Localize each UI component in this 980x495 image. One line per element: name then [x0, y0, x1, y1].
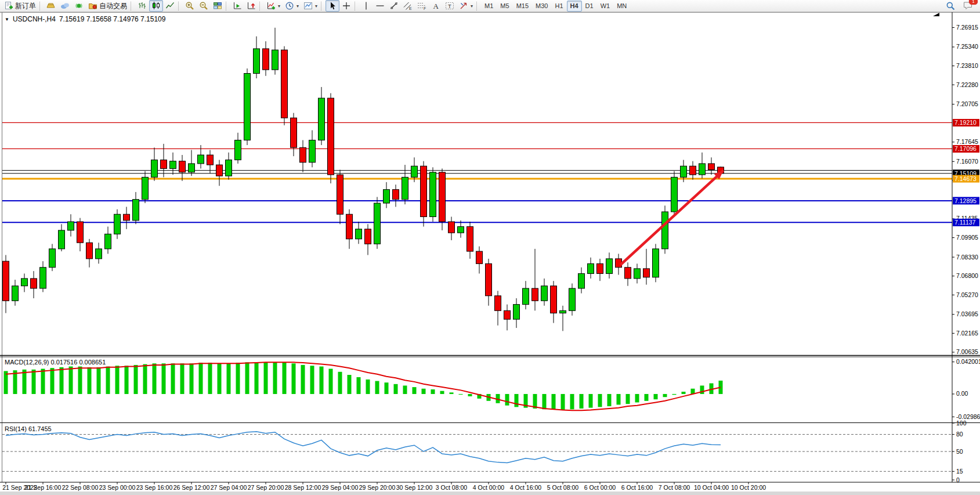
- candle[interactable]: [476, 251, 483, 263]
- candle[interactable]: [328, 98, 334, 175]
- candle[interactable]: [114, 214, 121, 234]
- chart-canvas[interactable]: 7.269157.253407.238107.222807.207057.176…: [0, 12, 980, 495]
- candle[interactable]: [3, 261, 9, 301]
- candle[interactable]: [77, 222, 84, 243]
- candle[interactable]: [96, 249, 102, 259]
- candle[interactable]: [541, 286, 548, 301]
- candle[interactable]: [272, 50, 279, 70]
- candle[interactable]: [708, 164, 715, 170]
- tile-windows-button[interactable]: [211, 0, 225, 12]
- candle[interactable]: [597, 263, 603, 273]
- templates-button[interactable]: ▾: [301, 0, 320, 12]
- equidistant-channel-button[interactable]: E: [401, 0, 415, 12]
- candle[interactable]: [653, 249, 659, 277]
- candle[interactable]: [374, 203, 381, 244]
- candlestick-chart-button[interactable]: [149, 0, 163, 12]
- candle[interactable]: [40, 268, 46, 288]
- candle[interactable]: [439, 172, 446, 222]
- candle[interactable]: [486, 263, 492, 295]
- candle[interactable]: [161, 160, 167, 169]
- new-order-button[interactable]: 新订单: [2, 0, 38, 12]
- candle[interactable]: [189, 164, 195, 172]
- candle[interactable]: [86, 243, 93, 259]
- candle[interactable]: [59, 230, 65, 249]
- zoom-out-button[interactable]: [197, 0, 211, 12]
- auto-trading-button[interactable]: 自动交易: [86, 0, 129, 12]
- candle[interactable]: [49, 249, 56, 268]
- candle[interactable]: [421, 166, 427, 216]
- candle[interactable]: [68, 222, 74, 230]
- candle[interactable]: [281, 50, 288, 118]
- candle[interactable]: [133, 200, 139, 221]
- candle[interactable]: [142, 177, 149, 199]
- crosshair-button[interactable]: [339, 0, 353, 12]
- candle[interactable]: [21, 279, 28, 286]
- vertical-line-button[interactable]: [359, 0, 373, 12]
- candle[interactable]: [560, 310, 566, 313]
- chart-shift-button[interactable]: [244, 0, 258, 12]
- candle[interactable]: [244, 74, 251, 140]
- candle[interactable]: [430, 172, 436, 217]
- candle[interactable]: [690, 166, 696, 175]
- candle[interactable]: [254, 49, 260, 74]
- timeframe-h1-button[interactable]: H1: [551, 1, 566, 12]
- candle[interactable]: [671, 177, 678, 212]
- bar-chart-button[interactable]: [135, 0, 149, 12]
- candle[interactable]: [124, 214, 130, 221]
- candle[interactable]: [337, 175, 343, 214]
- chart-title[interactable]: ▼ USDCNH-,H4 7.15619 7.15658 7.14976 7.1…: [5, 15, 165, 23]
- candle[interactable]: [198, 155, 204, 164]
- candle[interactable]: [699, 164, 706, 175]
- candle[interactable]: [551, 286, 557, 313]
- candle[interactable]: [449, 222, 455, 233]
- candle[interactable]: [578, 273, 585, 288]
- timeframe-d1-button[interactable]: D1: [582, 1, 597, 12]
- zoom-in-button[interactable]: [183, 0, 197, 12]
- line-chart-button[interactable]: [163, 0, 177, 12]
- candle[interactable]: [365, 229, 371, 244]
- candle[interactable]: [226, 160, 232, 176]
- trendline-button[interactable]: [387, 0, 401, 12]
- candle[interactable]: [356, 229, 362, 239]
- timeframe-mn-button[interactable]: MN: [613, 1, 630, 12]
- candle[interactable]: [393, 190, 399, 200]
- candle[interactable]: [681, 166, 687, 177]
- chart-style-button[interactable]: [44, 0, 58, 12]
- candle[interactable]: [458, 227, 464, 233]
- timeframe-w1-button[interactable]: W1: [597, 1, 614, 12]
- candle[interactable]: [105, 234, 111, 249]
- candle[interactable]: [263, 49, 269, 70]
- horizontal-line-button[interactable]: [373, 0, 387, 12]
- timeframe-m30-button[interactable]: M30: [532, 1, 551, 12]
- candle[interactable]: [606, 259, 613, 274]
- candle[interactable]: [170, 161, 176, 169]
- candle[interactable]: [300, 147, 306, 162]
- candle[interactable]: [384, 190, 390, 203]
- cursor-button[interactable]: [326, 0, 339, 12]
- candle[interactable]: [179, 161, 186, 172]
- timeframe-m5-button[interactable]: M5: [497, 1, 512, 12]
- text-label-button[interactable]: T: [443, 0, 457, 12]
- candle[interactable]: [151, 160, 158, 178]
- candle[interactable]: [588, 263, 594, 273]
- candle[interactable]: [504, 310, 511, 319]
- text-button[interactable]: A: [429, 0, 443, 12]
- candle[interactable]: [235, 140, 241, 160]
- timeframe-m15-button[interactable]: M15: [513, 1, 532, 12]
- candle[interactable]: [207, 155, 214, 165]
- candle[interactable]: [532, 288, 538, 301]
- timeframe-m1-button[interactable]: M1: [481, 1, 497, 12]
- candle[interactable]: [402, 177, 408, 199]
- candle[interactable]: [495, 296, 501, 311]
- candle[interactable]: [467, 227, 473, 252]
- notifications-button[interactable]: 1: [961, 0, 975, 12]
- candle[interactable]: [216, 165, 223, 176]
- timeframe-h4-button[interactable]: H4: [567, 1, 582, 12]
- candle[interactable]: [346, 214, 353, 239]
- fibonacci-button[interactable]: F: [415, 0, 429, 12]
- arrows-button[interactable]: ▾: [457, 0, 475, 12]
- candle[interactable]: [523, 288, 529, 305]
- candle[interactable]: [411, 166, 418, 177]
- candle[interactable]: [31, 279, 37, 288]
- candle[interactable]: [12, 286, 19, 301]
